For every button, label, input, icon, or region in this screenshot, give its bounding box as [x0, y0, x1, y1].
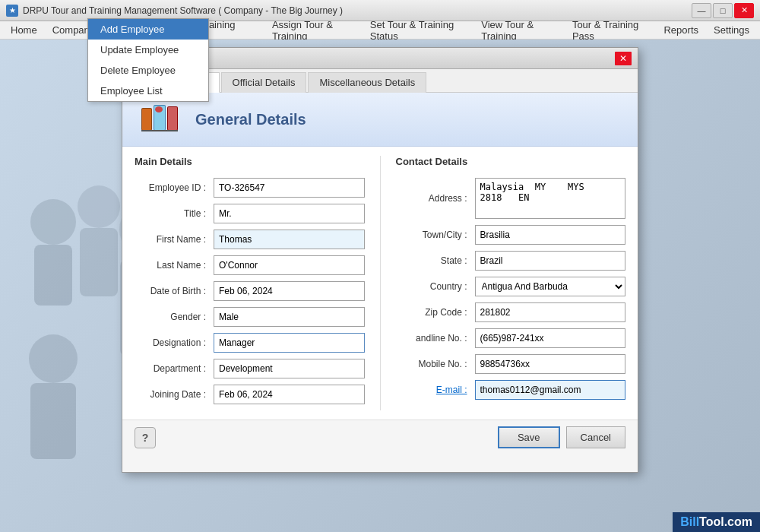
main-details-title: Main Details	[135, 156, 365, 170]
town-city-row: Town/City :	[396, 225, 626, 245]
department-label: Department :	[135, 363, 211, 374]
section-divider	[380, 156, 381, 410]
email-input[interactable]	[475, 380, 626, 400]
tab-official-details[interactable]: Official Details	[221, 72, 307, 93]
zip-code-label: Zip Code :	[396, 307, 472, 318]
menu-settings[interactable]: Settings	[706, 21, 757, 39]
employee-id-row: Employee ID :	[135, 178, 365, 198]
dialog-header-title: General Details	[195, 111, 306, 128]
address-label: Address :	[396, 193, 472, 204]
app-title: DRPU Tour and Training Management Softwa…	[23, 5, 343, 16]
email-label[interactable]: E-mail :	[396, 385, 472, 395]
dob-input[interactable]	[214, 281, 365, 301]
employee-id-label: Employee ID :	[135, 182, 211, 193]
menu-reports[interactable]: Reports	[656, 21, 706, 39]
mobile-input[interactable]	[475, 354, 626, 374]
maximize-button[interactable]: □	[713, 3, 733, 18]
mobile-label: Mobile No. :	[396, 359, 472, 369]
window-controls: — □ ✕	[692, 3, 754, 18]
state-row: State :	[396, 251, 626, 271]
books-icon	[138, 100, 183, 138]
state-label: State :	[396, 255, 472, 266]
country-row: Country : Antigua And Barbuda	[396, 277, 626, 296]
close-button[interactable]: ✕	[734, 3, 754, 18]
designation-row: Designation :	[135, 333, 365, 353]
title-input[interactable]	[214, 204, 365, 223]
designation-label: Designation :	[135, 337, 211, 348]
menu-home[interactable]: Home	[3, 21, 45, 39]
menu-assign-tour[interactable]: Assign Tour & Training	[264, 21, 363, 39]
menu-view-tour[interactable]: View Tour & Training	[473, 21, 565, 39]
employee-id-input[interactable]	[214, 178, 365, 198]
first-name-input[interactable]	[214, 230, 365, 249]
watermark: BillTool.com	[673, 512, 760, 532]
first-name-row: First Name :	[135, 230, 365, 249]
landline-row: andline No. :	[396, 328, 626, 348]
last-name-label: Last Name :	[135, 260, 211, 271]
joining-date-row: Joining Date :	[135, 385, 365, 404]
zip-code-input[interactable]	[475, 302, 626, 322]
dialog-body: General Details Main Details Employee ID…	[122, 93, 638, 454]
dropdown-employee-list[interactable]: Employee List	[88, 81, 208, 101]
help-button[interactable]: ?	[135, 427, 156, 448]
contact-details-title: Contact Details	[396, 156, 626, 170]
country-select[interactable]: Antigua And Barbuda	[475, 277, 626, 296]
town-city-input[interactable]	[475, 225, 626, 245]
employee-dropdown: Add Employee Update Employee Delete Empl…	[87, 18, 209, 102]
save-button[interactable]: Save	[498, 426, 560, 448]
zip-code-row: Zip Code :	[396, 302, 626, 322]
dropdown-add-employee[interactable]: Add Employee	[88, 19, 208, 40]
cancel-button[interactable]: Cancel	[566, 426, 625, 448]
dropdown-update-employee[interactable]: Update Employee	[88, 40, 208, 60]
department-input[interactable]	[214, 359, 365, 378]
tab-miscellaneous-details[interactable]: Miscellaneous Details	[308, 72, 426, 93]
country-label: Country :	[396, 281, 472, 292]
mobile-row: Mobile No. :	[396, 354, 626, 374]
title-label: Title :	[135, 208, 211, 219]
dob-row: Date of Birth :	[135, 281, 365, 301]
svg-rect-11	[142, 109, 151, 130]
gender-input[interactable]	[214, 307, 365, 327]
svg-point-16	[155, 106, 163, 112]
joining-date-label: Joining Date :	[135, 389, 211, 400]
modal-overlay: Add Employee ✕ General Details Official …	[0, 40, 760, 532]
menu-tour-pass[interactable]: Tour & Training Pass	[565, 21, 657, 39]
designation-input[interactable]	[214, 333, 365, 353]
gender-row: Gender :	[135, 307, 365, 327]
minimize-button[interactable]: —	[692, 3, 711, 18]
form-area: Main Details Employee ID : Title : First…	[122, 147, 638, 420]
dialog-close-button[interactable]: ✕	[615, 52, 632, 65]
landline-input[interactable]	[475, 328, 626, 348]
add-employee-dialog: Add Employee ✕ General Details Official …	[122, 47, 638, 473]
dialog-footer: ? Save Cancel	[122, 420, 638, 454]
town-city-label: Town/City :	[396, 230, 472, 240]
department-row: Department :	[135, 359, 365, 378]
app-icon: ★	[6, 5, 18, 17]
state-input[interactable]	[475, 251, 626, 271]
contact-details-section: Contact Details Address : Malaysia MY MY…	[396, 156, 626, 410]
address-row: Address : Malaysia MY MYS 2818 EN	[396, 178, 626, 219]
footer-buttons: Save Cancel	[498, 426, 625, 448]
address-input[interactable]: Malaysia MY MYS 2818 EN	[475, 178, 626, 219]
landline-label: andline No. :	[396, 333, 472, 344]
title-row: Title :	[135, 204, 365, 223]
email-row: E-mail :	[396, 380, 626, 400]
first-name-label: First Name :	[135, 234, 211, 245]
svg-rect-15	[168, 107, 177, 130]
main-details-section: Main Details Employee ID : Title : First…	[135, 156, 365, 410]
dob-label: Date of Birth :	[135, 286, 211, 296]
last-name-input[interactable]	[214, 255, 365, 275]
dropdown-delete-employee[interactable]: Delete Employee	[88, 60, 208, 81]
joining-date-input[interactable]	[214, 385, 365, 404]
gender-label: Gender :	[135, 312, 211, 322]
menu-set-status[interactable]: Set Tour & Training Status	[363, 21, 473, 39]
last-name-row: Last Name :	[135, 255, 365, 275]
